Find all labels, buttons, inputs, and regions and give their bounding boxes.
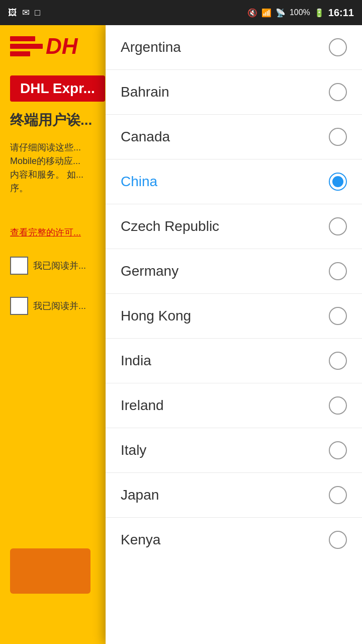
- battery-icon: 🔋: [314, 8, 324, 18]
- radio-button[interactable]: [329, 396, 347, 415]
- battery-level: 100%: [290, 8, 310, 17]
- country-list: ArgentinaBahrainCanadaChinaCzech Republi…: [106, 25, 362, 562]
- wifi-icon: 📶: [261, 8, 272, 18]
- radio-button[interactable]: [329, 173, 347, 191]
- radio-button[interactable]: [329, 38, 347, 56]
- dhl-logo: DH: [10, 35, 101, 70]
- country-item[interactable]: Italy: [106, 428, 362, 473]
- license-link[interactable]: 查看完整的许可...: [10, 226, 81, 238]
- country-item[interactable]: Argentina: [106, 25, 362, 70]
- country-name: Bahrain: [121, 84, 169, 100]
- radio-button[interactable]: [329, 128, 347, 146]
- country-name: India: [121, 353, 151, 369]
- page-title: 终端用户诶...: [10, 111, 92, 130]
- country-name: Italy: [121, 442, 146, 458]
- radio-button[interactable]: [329, 83, 347, 101]
- country-item[interactable]: Czech Republic: [106, 204, 362, 249]
- country-item[interactable]: Canada: [106, 115, 362, 159]
- country-name: Kenya: [121, 532, 160, 548]
- country-name: Czech Republic: [121, 218, 219, 234]
- picture-icon: 🖼: [8, 8, 17, 18]
- radio-button[interactable]: [329, 352, 347, 370]
- radio-button[interactable]: [329, 486, 347, 504]
- country-name: China: [121, 174, 157, 190]
- radio-button[interactable]: [329, 441, 347, 459]
- signal-icon: 📡: [276, 8, 286, 18]
- page-body: 请仔细阅读这些... Mobile的移动应... 内容和服务。 如... 序。: [10, 141, 90, 195]
- country-item[interactable]: Hong Kong: [106, 294, 362, 339]
- country-item[interactable]: India: [106, 339, 362, 383]
- notification-icon: □: [35, 8, 40, 18]
- action-button[interactable]: [10, 548, 90, 594]
- checkbox-row-2: 我已阅读并...: [10, 297, 86, 315]
- country-item[interactable]: Bahrain: [106, 70, 362, 115]
- country-name: Ireland: [121, 397, 164, 414]
- country-dropdown: ArgentinaBahrainCanadaChinaCzech Republi…: [106, 25, 362, 644]
- mute-icon: 🔇: [247, 8, 257, 18]
- country-name: Canada: [121, 129, 170, 145]
- country-name: Argentina: [121, 39, 181, 55]
- radio-button[interactable]: [329, 531, 347, 549]
- checkbox-1-label: 我已阅读并...: [33, 260, 86, 272]
- dhl-text: DH: [46, 35, 78, 57]
- country-item[interactable]: Kenya: [106, 518, 362, 562]
- country-name: Hong Kong: [121, 308, 191, 324]
- country-name: Japan: [121, 487, 159, 503]
- country-name: Germany: [121, 263, 178, 279]
- status-bar: 🖼 ✉ □ 🔇 📶 📡 100% 🔋 16:11: [0, 0, 362, 25]
- checkbox-1[interactable]: [10, 257, 28, 275]
- checkbox-2-label: 我已阅读并...: [33, 300, 86, 312]
- country-item[interactable]: China: [106, 159, 362, 204]
- country-item[interactable]: Germany: [106, 249, 362, 294]
- radio-button[interactable]: [329, 217, 347, 235]
- country-item[interactable]: Japan: [106, 473, 362, 518]
- checkbox-row-1: 我已阅读并...: [10, 257, 86, 275]
- radio-button[interactable]: [329, 307, 347, 325]
- dhl-express-label: DHL Expr...: [10, 75, 105, 102]
- checkbox-2[interactable]: [10, 297, 28, 315]
- radio-button[interactable]: [329, 262, 347, 280]
- email-icon: ✉: [22, 7, 30, 18]
- country-item[interactable]: Ireland: [106, 383, 362, 428]
- status-time: 16:11: [328, 7, 354, 19]
